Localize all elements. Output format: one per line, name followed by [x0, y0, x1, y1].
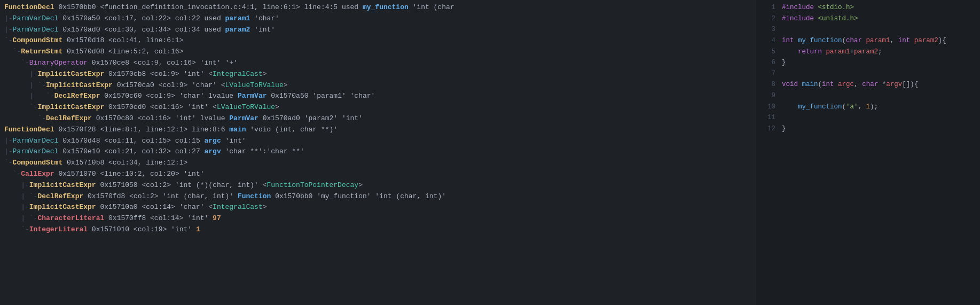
line-number: 5: [761, 46, 775, 58]
ast-line: |-ParmVarDecl 0x1570d48 <col:11, col:15>…: [4, 136, 751, 147]
line-content: [782, 90, 786, 101]
ast-line: `-CallExpr 0x1571070 <line:10:2, col:20>…: [4, 169, 751, 180]
code-line: 2#include <unistd.h>: [756, 13, 980, 25]
code-line: 12}: [756, 123, 980, 135]
code-line: 11: [756, 112, 980, 123]
ast-line: |-ParmVarDecl 0x1570a50 <col:17, col:22>…: [4, 13, 751, 25]
line-number: 7: [761, 68, 775, 80]
line-content: #include <stdio.h>: [782, 2, 854, 13]
line-number: 11: [761, 112, 775, 123]
ast-line: FunctionDecl 0x1570f28 <line:8:1, line:1…: [4, 124, 751, 136]
line-number: 9: [761, 90, 775, 101]
code-line: 7: [756, 68, 980, 80]
code-line: 1#include <stdio.h>: [756, 2, 980, 13]
line-number: 1: [761, 2, 775, 13]
ast-line: |-ParmVarDecl 0x1570e10 <col:21, col:32>…: [4, 146, 751, 158]
line-content: }: [782, 57, 786, 68]
line-content: return param1+param2;: [782, 46, 882, 58]
ast-line: FunctionDecl 0x1570bb0 <function_definit…: [4, 2, 751, 13]
ast-line: `-IntegerLiteral 0x1571010 <col:19> 'int…: [4, 224, 751, 236]
code-line: 8void main(int argc, char *argv[]){: [756, 79, 980, 90]
ast-line: | `-ImplicitCastExpr 0x1570ca0 <col:9> '…: [4, 80, 751, 91]
ast-panel: FunctionDecl 0x1570bb0 <function_definit…: [0, 0, 756, 305]
line-content: int my_function(char param1, int param2)…: [782, 35, 946, 46]
ast-line: |-ImplicitCastExpr 0x15710a0 <col:14> 'c…: [4, 202, 751, 213]
line-content: }: [782, 123, 786, 135]
line-content: #include <unistd.h>: [782, 13, 858, 25]
ast-line: `-CompoundStmt 0x15710b8 <col:34, line:1…: [4, 158, 751, 169]
ast-line: `-BinaryOperator 0x1570ce8 <col:9, col:1…: [4, 58, 751, 69]
ast-line: |-ParmVarDecl 0x1570ad0 <col:30, col:34>…: [4, 25, 751, 36]
ast-line: | `-DeclRefExpr 0x1570c60 <col:9> 'char'…: [4, 91, 751, 102]
ast-line: |-ImplicitCastExpr 0x1571058 <col:2> 'in…: [4, 180, 751, 191]
ast-line: | `-DeclRefExpr 0x1570fd8 <col:2> 'int (…: [4, 191, 751, 202]
line-number: 10: [761, 101, 775, 113]
ast-line: `-DeclRefExpr 0x1570c80 <col:16> 'int' l…: [4, 113, 751, 124]
line-content: void main(int argc, char *argv[]){: [782, 79, 918, 90]
line-content: my_function('a', 1);: [782, 101, 878, 113]
code-line: 3: [756, 24, 980, 35]
code-line: 5 return param1+param2;: [756, 46, 980, 58]
line-content: [782, 68, 786, 80]
ast-line: `-CompoundStmt 0x1570d18 <col:41, line:6…: [4, 35, 751, 46]
code-panel: 1#include <stdio.h>2#include <unistd.h>3…: [756, 0, 980, 305]
line-content: [782, 24, 786, 35]
line-number: 2: [761, 13, 775, 25]
code-line: 6}: [756, 57, 980, 68]
code-line: 4int my_function(char param1, int param2…: [756, 35, 980, 46]
line-content: [782, 112, 786, 123]
line-number: 3: [761, 24, 775, 35]
code-line: 10 my_function('a', 1);: [756, 101, 980, 113]
ast-line: `-ImplicitCastExpr 0x1570cd0 <col:16> 'i…: [4, 102, 751, 113]
ast-line: |-ImplicitCastExpr 0x1570cb8 <col:9> 'in…: [4, 69, 751, 80]
line-number: 8: [761, 79, 775, 90]
code-line: 9: [756, 90, 980, 101]
line-number: 12: [761, 123, 775, 135]
line-number: 6: [761, 57, 775, 68]
ast-line: `-ReturnStmt 0x1570d08 <line:5:2, col:16…: [4, 46, 751, 58]
ast-line: | `-CharacterLiteral 0x1570ff8 <col:14> …: [4, 213, 751, 224]
line-number: 4: [761, 35, 775, 46]
